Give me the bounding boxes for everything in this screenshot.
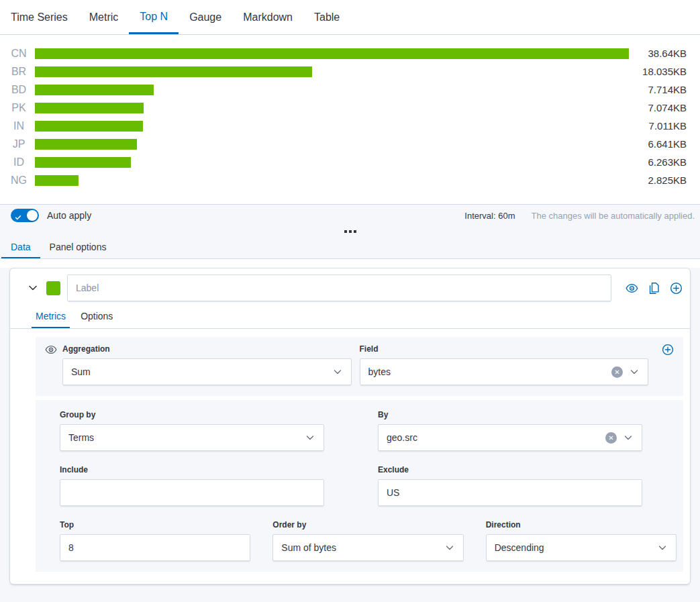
tab-metrics[interactable]: Metrics [32,305,70,328]
auto-apply-row: Auto apply Interval: 60m The changes wil… [0,205,700,226]
series-header [10,268,690,305]
series-actions [626,282,683,295]
visualization-tab-bar: Time SeriesMetricTop NGaugeMarkdownTable [0,0,700,35]
bar-category-label: ID [8,156,30,168]
chart-row: CN38.64KB [0,44,700,62]
bar-value-label: 6.641KB [629,138,700,150]
direction-label: Direction [486,519,677,530]
group-by-group: Group by Terms [60,409,324,451]
bar-value-label: 7.011KB [629,120,700,132]
tab-panel-options[interactable]: Panel options [40,237,116,258]
interval-value: Interval: 60m [464,211,515,221]
bar [35,85,154,95]
bar-category-label: BD [8,84,30,96]
exclude-group: Exclude [378,464,642,506]
check-icon [15,211,21,223]
aggregation-group: Aggregation Sum [62,344,352,385]
bar [35,121,143,132]
bar [35,66,312,77]
chevron-down-icon[interactable] [25,280,41,296]
direction-select[interactable]: Descending [486,534,677,561]
metric-row: Aggregation Sum Field bytes ✕ [36,337,683,396]
bar-track [35,175,629,186]
tab-table[interactable]: Table [303,0,350,34]
bar-category-label: NG [8,174,30,187]
chart-row: PK7.074KB [0,99,700,117]
bar [35,157,131,168]
include-group: Include [60,464,324,506]
bar-value-label: 7.714KB [629,84,700,95]
bar-track [35,139,629,150]
order-by-group: Order by Sum of bytes [272,519,463,561]
tab-top-n[interactable]: Top N [129,0,179,34]
series-card: MetricsOptions Aggregation Sum Field [9,268,691,585]
bar-category-label: IN [8,120,30,132]
bar-track [35,48,629,59]
series-tab-bar: MetricsOptions [10,305,690,329]
clear-icon[interactable]: ✕ [605,432,617,444]
add-metric-icon[interactable] [662,344,674,385]
chart-row: JP6.641KB [0,135,700,153]
bar-track [35,157,629,168]
by-group: By geo.src ✕ [378,409,642,451]
group-by-panel: Group by Terms By geo.src ✕ [36,400,683,572]
auto-apply-hint: The changes will be automatically applie… [531,211,695,221]
direction-group: Direction Descending [486,519,677,561]
add-series-icon[interactable] [670,282,683,295]
chart-row: NG2.825KB [0,171,700,189]
bar [35,139,137,150]
panel-resize-handle[interactable] [0,226,700,237]
bar-category-label: CN [8,48,30,60]
exclude-label: Exclude [378,464,642,475]
auto-apply-label: Auto apply [47,210,91,221]
bar-value-label: 38.64KB [629,48,700,59]
by-label: By [378,409,642,420]
chevron-down-icon [305,432,315,443]
exclude-input[interactable] [378,479,642,506]
tab-options[interactable]: Options [77,305,117,328]
bar-value-label: 7.074KB [629,102,700,113]
chevron-down-icon [332,366,343,377]
bar-category-label: JP [8,138,30,150]
by-combobox[interactable]: geo.src ✕ [378,424,642,451]
editor-toolbar: Auto apply Interval: 60m The changes wil… [0,204,700,259]
include-input[interactable] [60,479,324,506]
top-input[interactable] [60,534,250,561]
auto-apply-toggle[interactable] [11,209,39,222]
include-label: Include [60,464,324,475]
bar [35,103,144,113]
group-by-label: Group by [60,409,324,420]
chart-row: BD7.714KB [0,81,700,99]
order-by-label: Order by [272,519,463,530]
chevron-down-icon [657,542,668,553]
bar-track [35,66,629,77]
clone-icon[interactable] [648,282,660,295]
editor-body: MetricsOptions Aggregation Sum Field [0,268,700,602]
clear-icon[interactable]: ✕ [611,366,623,378]
field-label: Field [360,344,649,354]
top-label: Top [60,519,250,530]
editor-tab-bar: DataPanel options [0,237,700,259]
chart-row: ID6.263KB [0,153,700,171]
field-combobox[interactable]: bytes ✕ [360,358,649,385]
top-group: Top [60,519,250,561]
series-color-swatch[interactable] [46,281,60,295]
tab-markdown[interactable]: Markdown [232,0,303,34]
series-label-input[interactable] [67,274,611,301]
tab-gauge[interactable]: Gauge [179,0,232,34]
bar-value-label: 18.035KB [629,66,700,77]
group-by-select[interactable]: Terms [60,424,324,451]
toggle-knob [27,210,38,221]
order-by-select[interactable]: Sum of bytes [272,534,463,561]
chevron-down-icon [629,366,640,377]
chevron-down-icon [444,542,455,553]
field-group: Field bytes ✕ [360,344,649,385]
eye-icon[interactable] [626,282,638,295]
metric-visibility-eye-icon[interactable] [45,344,57,385]
tab-metric[interactable]: Metric [79,0,130,34]
top-n-bar-chart: CN38.64KBBR18.035KBBD7.714KBPK7.074KBIN7… [0,35,700,204]
bar-track [35,85,629,95]
aggregation-select[interactable]: Sum [62,358,352,385]
tab-time-series[interactable]: Time Series [0,0,79,34]
tab-data[interactable]: Data [1,237,40,258]
